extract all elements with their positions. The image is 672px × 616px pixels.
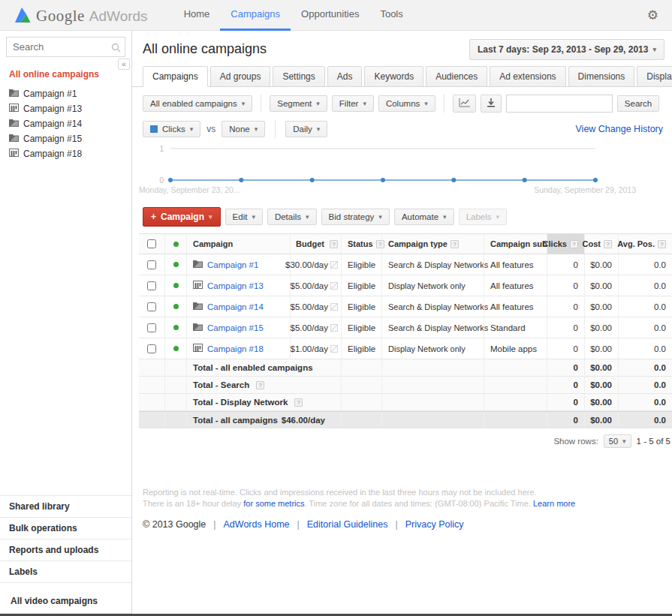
sidebar-heading-all-online-campaigns[interactable]: All online campaigns xyxy=(9,69,122,80)
help-icon[interactable]: ? xyxy=(256,381,264,389)
nav-campaigns[interactable]: Campaigns xyxy=(220,0,291,31)
tab-ad-groups[interactable]: Ad groups xyxy=(210,66,271,87)
row-checkbox[interactable] xyxy=(147,281,156,290)
sidebar-item-campaign-18[interactable]: Campaign #18 xyxy=(0,146,131,161)
collapse-sidebar-button[interactable]: « xyxy=(118,59,130,70)
header-cost[interactable]: Cost? xyxy=(584,234,618,254)
privacy-policy-link[interactable]: Privacy Policy xyxy=(405,519,464,530)
for-some-metrics-link[interactable]: for some metrics xyxy=(243,499,304,508)
sidebar-item-labels[interactable]: Labels xyxy=(0,560,131,583)
budget-edit-icon[interactable] xyxy=(330,282,338,290)
status-enabled-icon[interactable] xyxy=(173,346,179,351)
adwords-logo-icon xyxy=(14,5,32,24)
tab-audiences[interactable]: Audiences xyxy=(426,66,487,87)
new-campaign-button[interactable]: + Campaign ▾ xyxy=(143,207,221,227)
labels-dropdown[interactable]: Labels ▾ xyxy=(459,209,507,225)
help-icon[interactable]: ? xyxy=(294,398,303,407)
status-enabled-icon[interactable] xyxy=(173,304,179,309)
table-search-input[interactable] xyxy=(506,95,613,113)
row-checkbox[interactable] xyxy=(147,260,156,269)
tab-keywords[interactable]: Keywords xyxy=(364,66,423,87)
view-change-history-link[interactable]: View Change History xyxy=(576,124,665,134)
header-avg-pos[interactable]: Avg. Pos.? xyxy=(618,234,672,254)
cost-total: $0.00 xyxy=(584,394,618,410)
help-icon[interactable]: ? xyxy=(570,240,578,248)
editorial-guidelines-link[interactable]: Editorial Guidelines xyxy=(307,519,388,530)
campaign-link[interactable]: Campaign #18 xyxy=(207,344,264,353)
x-axis-label-start: Monday, September 23, 20... xyxy=(139,185,240,194)
sidebar-item-shared-library[interactable]: Shared library xyxy=(0,495,131,517)
compare-metric-dropdown[interactable]: None ▾ xyxy=(221,121,265,137)
campaign-link[interactable]: Campaign #14 xyxy=(207,302,264,311)
adwords-logo[interactable]: Google AdWords xyxy=(14,5,148,26)
sidebar-search-input[interactable] xyxy=(6,37,125,57)
toggle-graph-button[interactable] xyxy=(453,95,476,113)
sidebar-item-campaign-1[interactable]: Campaign #1 xyxy=(0,86,131,101)
columns-dropdown[interactable]: Columns ▾ xyxy=(378,95,435,112)
header-campaign[interactable]: Campaign xyxy=(186,234,290,254)
search-button[interactable]: Search xyxy=(617,95,659,112)
tab-dimensions[interactable]: Dimensions xyxy=(568,66,635,87)
status-enabled-icon[interactable] xyxy=(173,283,179,288)
adwords-home-link[interactable]: AdWords Home xyxy=(224,519,290,530)
budget-edit-icon[interactable] xyxy=(330,324,338,332)
tab-settings[interactable]: Settings xyxy=(273,66,324,87)
granularity-dropdown[interactable]: Daily ▾ xyxy=(285,121,327,137)
header-clicks-sorted[interactable]: ↑Clicks? xyxy=(547,234,584,254)
details-label: Details xyxy=(275,212,301,221)
date-range-button[interactable]: Last 7 days: Sep 23, 2013 - Sep 29, 2013… xyxy=(469,39,664,60)
tab-ad-extensions[interactable]: Ad extensions xyxy=(490,66,565,87)
sidebar-item-campaign-15[interactable]: Campaign #15 xyxy=(0,131,131,146)
sidebar-item-campaign-14[interactable]: Campaign #14 xyxy=(0,116,131,131)
total-label: Total - all campaigns xyxy=(186,412,290,428)
help-icon[interactable]: ? xyxy=(658,240,666,248)
nav-tools[interactable]: Tools xyxy=(369,0,413,31)
select-all-checkbox[interactable] xyxy=(147,239,156,248)
chevron-down-icon: ▾ xyxy=(190,125,194,133)
header-status[interactable]: Status? xyxy=(341,234,381,254)
help-icon[interactable]: ? xyxy=(451,240,459,248)
scope-dropdown[interactable]: All enabled campaigns ▾ xyxy=(143,95,252,112)
budget-edit-icon[interactable] xyxy=(330,345,338,353)
status-filter-icon[interactable] xyxy=(173,242,179,247)
filter-dropdown[interactable]: Filter ▾ xyxy=(332,95,374,112)
nav-opportunities[interactable]: Opportunities xyxy=(291,0,369,31)
row-checkbox[interactable] xyxy=(147,302,156,311)
compare-row: Clicks ▾ vs None ▾ Daily ▾ View Change H… xyxy=(132,114,672,138)
segment-dropdown[interactable]: Segment ▾ xyxy=(270,95,327,112)
help-icon[interactable]: ? xyxy=(330,240,338,248)
learn-more-link[interactable]: Learn more xyxy=(533,499,575,508)
header-campaign-type[interactable]: Campaign type? xyxy=(381,234,484,254)
sidebar-item-bulk-operations[interactable]: Bulk operations xyxy=(0,517,131,539)
budget-edit-icon[interactable] xyxy=(330,303,338,311)
rows-per-page-value: 50 xyxy=(609,437,618,446)
sidebar-item-reports-and-uploads[interactable]: Reports and uploads xyxy=(0,539,131,560)
tab-ads[interactable]: Ads xyxy=(327,66,363,87)
help-icon[interactable]: ? xyxy=(604,240,612,248)
edit-dropdown[interactable]: Edit ▾ xyxy=(225,209,263,225)
automate-dropdown[interactable]: Automate ▾ xyxy=(394,209,454,225)
avg-pos-total: 0.0 xyxy=(618,412,672,428)
campaign-link[interactable]: Campaign #13 xyxy=(207,281,264,290)
bid-strategy-dropdown[interactable]: Bid strategy ▾ xyxy=(321,209,390,225)
status-enabled-icon[interactable] xyxy=(173,325,179,330)
nav-home[interactable]: Home xyxy=(173,0,221,31)
tab-campaigns[interactable]: Campaigns xyxy=(143,66,208,87)
campaigns-table: Campaign Budget? Status? Campaign type? … xyxy=(139,233,672,428)
tab-display-network[interactable]: Display Network xyxy=(637,66,672,87)
details-dropdown[interactable]: Details ▾ xyxy=(267,209,317,225)
download-button[interactable] xyxy=(481,95,502,113)
metric-dropdown[interactable]: Clicks ▾ xyxy=(143,121,200,137)
header-budget[interactable]: Budget? xyxy=(290,234,341,254)
budget-edit-icon[interactable] xyxy=(330,261,338,269)
status-enabled-icon[interactable] xyxy=(173,262,179,267)
gear-icon[interactable]: ⚙ xyxy=(647,8,658,23)
row-checkbox[interactable] xyxy=(147,323,156,332)
budget-value: $5.00/day xyxy=(290,302,328,311)
sidebar-item-campaign-13[interactable]: Campaign #13 xyxy=(0,101,131,116)
campaign-link[interactable]: Campaign #1 xyxy=(207,260,258,269)
rows-per-page-select[interactable]: 50 ▾ xyxy=(604,434,631,448)
row-checkbox[interactable] xyxy=(147,344,156,353)
campaign-link[interactable]: Campaign #15 xyxy=(207,323,264,332)
sidebar-item-all-video-campaigns[interactable]: All video campaigns xyxy=(0,590,131,614)
